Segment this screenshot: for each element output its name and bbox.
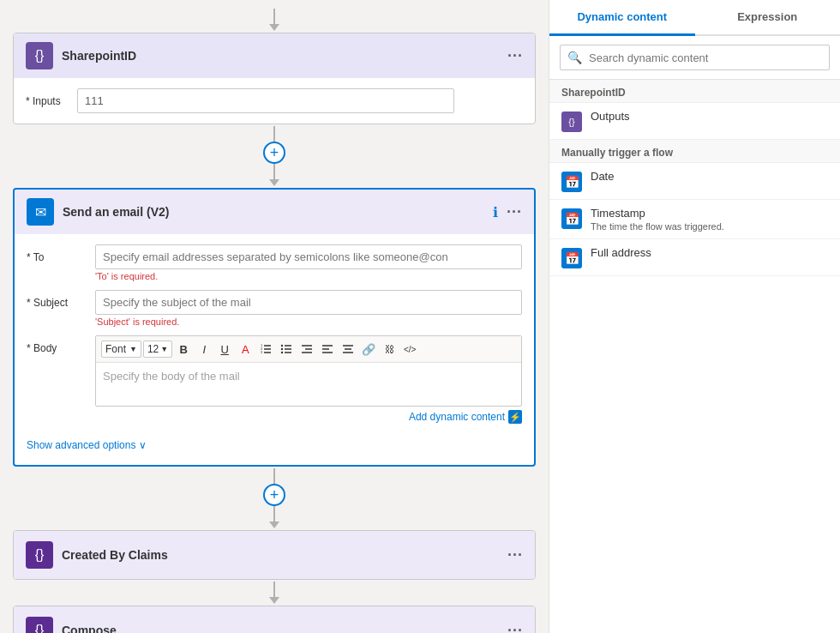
header-right: ···	[507, 47, 523, 65]
body-toolbar: Font ▼ 12 ▼ B I U	[96, 336, 521, 363]
full-address-text: Full address	[591, 246, 651, 259]
svg-point-10	[281, 348, 283, 350]
sharepointid-node: {} SharepointID ··· * Inputs	[13, 33, 536, 124]
tab-expression-label: Expression	[737, 10, 797, 23]
date-title: Date	[591, 170, 614, 183]
svg-text:3: 3	[261, 350, 263, 354]
add-dynamic-button[interactable]: Add dynamic content ⚡	[409, 410, 522, 424]
connector-line-1	[273, 126, 275, 142]
dynamic-search-row: 🔍	[549, 36, 840, 80]
full-address-title: Full address	[591, 246, 651, 259]
sharepointid-more-button[interactable]: ···	[507, 47, 523, 65]
connector-arrow-3	[269, 597, 279, 604]
timestamp-subtitle: The time the flow was triggered.	[591, 221, 724, 232]
font-size-select[interactable]: 12 ▼	[143, 341, 172, 358]
code-button[interactable]: </>	[400, 340, 419, 359]
add-step-button-1[interactable]: +	[263, 142, 285, 164]
subject-input[interactable]	[95, 290, 522, 315]
body-content[interactable]: Specify the body of the mail	[96, 363, 521, 406]
body-label: * Body	[27, 335, 95, 354]
cbc-header-left: {} Created By Claims	[26, 541, 168, 569]
connector-arrow-1	[269, 179, 279, 186]
dynamic-search-box: 🔍	[560, 45, 830, 70]
sharepointid-title: SharepointID	[62, 49, 136, 63]
tab-dynamic-content-label: Dynamic content	[577, 10, 667, 23]
bold-button[interactable]: B	[174, 340, 193, 359]
tab-expression[interactable]: Expression	[695, 0, 841, 36]
font-chevron-icon: ▼	[129, 345, 137, 353]
email-info-button[interactable]: ℹ	[493, 204, 498, 220]
advanced-options[interactable]: Show advanced options ∨	[27, 436, 522, 455]
font-select[interactable]: Font ▼	[101, 341, 141, 358]
email-node-title: Send an email (V2)	[63, 205, 169, 219]
email-node-body: * To 'To' is required. * Subject 'Subjec…	[15, 234, 534, 465]
connector-line	[273, 9, 275, 24]
add-dynamic-label: Add dynamic content	[409, 411, 505, 423]
underline-button[interactable]: U	[215, 340, 234, 359]
compose-icon: {}	[26, 617, 53, 633]
inputs-field[interactable]	[77, 88, 454, 113]
add-dynamic-icon: ⚡	[508, 410, 522, 424]
svg-point-11	[281, 352, 283, 353]
cbc-title: Created By Claims	[62, 548, 168, 562]
search-icon: 🔍	[567, 51, 582, 64]
email-node-header: ✉ Send an email (V2) ℹ ···	[15, 190, 534, 234]
date-icon: 📅	[561, 172, 582, 192]
sharepointid-section-header: SharepointID	[549, 80, 840, 103]
italic-button[interactable]: I	[195, 340, 213, 359]
sharepointid-body: * Inputs	[14, 78, 535, 124]
dynamic-search-input[interactable]	[589, 51, 822, 64]
body-field-row: * Body Font ▼ 12	[27, 335, 522, 427]
inputs-field-row: * Inputs	[26, 88, 523, 113]
timestamp-text: Timestamp The time the flow was triggere…	[591, 207, 724, 232]
font-select-label: Font	[105, 343, 126, 355]
link-button[interactable]: 🔗	[359, 340, 378, 359]
to-error: 'To' is required.	[95, 271, 522, 281]
compose-more-button[interactable]: ···	[507, 622, 523, 634]
to-input[interactable]	[95, 244, 522, 269]
email-more-button[interactable]: ···	[507, 203, 522, 221]
subject-error: 'Subject' is required.	[95, 316, 522, 327]
connector-2: +	[263, 468, 285, 528]
dynamic-item-date[interactable]: 📅 Date	[549, 163, 840, 200]
email-icon: ✉	[27, 198, 54, 226]
align-button[interactable]	[339, 340, 357, 359]
compose-header-left: {} Compose	[26, 617, 117, 633]
font-size-chevron-icon: ▼	[160, 345, 168, 353]
subject-input-wrapper: 'Subject' is required.	[95, 290, 522, 327]
svg-point-9	[281, 345, 283, 347]
dynamic-content-panel: Dynamic content Expression 🔍 SharepointI…	[549, 0, 840, 633]
outdent-button[interactable]	[318, 340, 337, 359]
dynamic-item-outputs[interactable]: {} Outputs	[549, 103, 840, 140]
inputs-label: * Inputs	[26, 95, 77, 107]
unlink-button[interactable]: ⛓	[380, 340, 399, 359]
connector-line-4	[273, 506, 275, 521]
dynamic-content-list: SharepointID {} Outputs Manually trigger…	[549, 80, 840, 633]
sharepointid-header: {} SharepointID ···	[14, 33, 535, 78]
ordered-list-button[interactable]: 123	[256, 340, 275, 359]
indent-button[interactable]	[297, 340, 316, 359]
compose-node: {} Compose ···	[13, 606, 536, 633]
email-header-left: ✉ Send an email (V2)	[27, 198, 169, 226]
add-dynamic-row: Add dynamic content ⚡	[95, 407, 522, 427]
manually-trigger-section-header: Manually trigger a flow	[549, 140, 840, 163]
top-connector	[269, 9, 279, 31]
tab-dynamic-content[interactable]: Dynamic content	[549, 0, 695, 36]
highlight-button[interactable]: A	[236, 340, 255, 359]
dynamic-tabs: Dynamic content Expression	[549, 0, 840, 36]
timestamp-title: Timestamp	[591, 207, 724, 220]
to-input-wrapper: 'To' is required.	[95, 244, 522, 281]
header-left: {} SharepointID	[26, 42, 136, 69]
connector-arrow	[269, 24, 279, 31]
email-node: ✉ Send an email (V2) ℹ ··· * To 'To' is …	[13, 188, 536, 467]
dynamic-item-timestamp[interactable]: 📅 Timestamp The time the flow was trigge…	[549, 200, 840, 239]
unordered-list-button[interactable]	[277, 340, 296, 359]
add-step-button-2[interactable]: +	[263, 484, 285, 506]
compose-title: Compose	[62, 624, 117, 633]
body-placeholder: Specify the body of the mail	[103, 370, 240, 383]
dynamic-item-full-address[interactable]: 📅 Full address	[549, 239, 840, 276]
cbc-more-button[interactable]: ···	[507, 546, 523, 564]
compose-header: {} Compose ···	[14, 606, 535, 633]
connector-line-3	[273, 468, 275, 484]
advanced-options-chevron-icon: ∨	[139, 439, 147, 451]
